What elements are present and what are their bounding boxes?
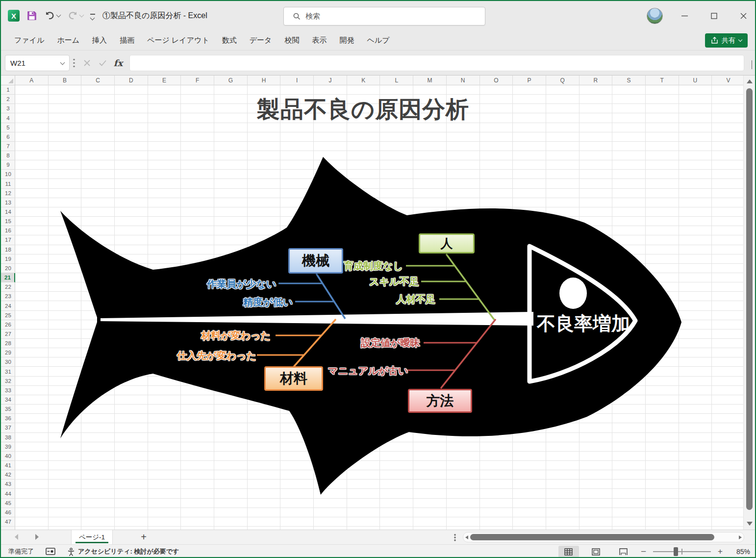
row-header[interactable]: 5 xyxy=(1,123,15,132)
row-header[interactable]: 4 xyxy=(1,113,15,123)
scroll-left-arrow[interactable] xyxy=(465,535,468,539)
column-header[interactable]: H xyxy=(248,76,281,85)
row-header[interactable]: 27 xyxy=(1,330,15,339)
row-header[interactable]: 3 xyxy=(1,104,15,113)
row-header[interactable]: 37 xyxy=(1,423,15,432)
maximize-button[interactable] xyxy=(703,1,725,30)
row-header[interactable]: 46 xyxy=(1,508,15,517)
sheet-grid[interactable] xyxy=(15,85,745,530)
row-header[interactable]: 24 xyxy=(1,301,15,310)
row-header[interactable]: 39 xyxy=(1,442,15,452)
select-all-corner[interactable] xyxy=(1,76,15,85)
row-header[interactable]: 34 xyxy=(1,395,15,405)
sheet-nav-right-arrow[interactable] xyxy=(35,534,39,540)
row-header[interactable]: 31 xyxy=(1,367,15,377)
undo-button[interactable] xyxy=(44,10,60,21)
formula-bar-handle[interactable] xyxy=(73,58,75,69)
column-header[interactable]: R xyxy=(580,76,613,85)
row-header[interactable]: 44 xyxy=(1,489,15,498)
scroll-up-arrow[interactable] xyxy=(747,79,753,83)
row-header[interactable]: 32 xyxy=(1,377,15,386)
zoom-slider-thumb[interactable] xyxy=(674,547,678,556)
column-header[interactable]: J xyxy=(314,76,347,85)
formula-input[interactable] xyxy=(129,55,744,71)
tab-file[interactable]: ファイル xyxy=(8,30,50,50)
page-layout-view-button[interactable] xyxy=(586,546,606,558)
row-header[interactable]: 30 xyxy=(1,357,15,367)
search-box[interactable]: 検索 xyxy=(283,7,485,25)
horizontal-scrollbar[interactable] xyxy=(463,532,744,542)
row-header[interactable]: 10 xyxy=(1,170,15,179)
save-button[interactable] xyxy=(26,10,37,21)
tab-help[interactable]: ヘルプ xyxy=(360,30,396,50)
row-header[interactable]: 19 xyxy=(1,254,15,264)
row-header[interactable]: 40 xyxy=(1,452,15,461)
column-header[interactable]: L xyxy=(380,76,413,85)
row-header[interactable]: 43 xyxy=(1,480,15,489)
row-header[interactable]: 33 xyxy=(1,386,15,395)
column-header[interactable]: C xyxy=(81,76,115,85)
column-header[interactable]: T xyxy=(646,76,679,85)
row-header[interactable]: 6 xyxy=(1,132,15,142)
enter-button[interactable] xyxy=(95,55,110,71)
tab-page-layout[interactable]: ページ レイアウト xyxy=(141,30,216,50)
tab-formulas[interactable]: 数式 xyxy=(216,30,243,50)
row-header[interactable]: 11 xyxy=(1,179,15,189)
row-header[interactable]: 15 xyxy=(1,217,15,226)
row-header[interactable]: 23 xyxy=(1,292,15,301)
column-header[interactable]: S xyxy=(612,76,646,85)
accessibility-status[interactable]: アクセシビリティ: 検討が必要です xyxy=(67,547,179,556)
row-header[interactable]: 42 xyxy=(1,470,15,480)
row-header[interactable]: 47 xyxy=(1,517,15,527)
column-header[interactable]: K xyxy=(347,76,380,85)
display-settings-icon[interactable] xyxy=(46,548,55,556)
row-header[interactable]: 1 xyxy=(1,85,15,95)
tab-draw[interactable]: 描画 xyxy=(113,30,141,50)
minimize-button[interactable] xyxy=(673,1,696,30)
cancel-button[interactable] xyxy=(79,55,94,71)
column-header[interactable]: V xyxy=(712,76,745,85)
row-header[interactable]: 21 xyxy=(1,273,15,282)
row-header[interactable]: 8 xyxy=(1,151,15,160)
row-header[interactable]: 38 xyxy=(1,433,15,442)
row-header[interactable]: 41 xyxy=(1,461,15,470)
column-header[interactable]: E xyxy=(148,76,181,85)
column-header[interactable]: U xyxy=(679,76,712,85)
column-header[interactable]: N xyxy=(447,76,480,85)
zoom-out-button[interactable]: − xyxy=(641,546,646,557)
column-header[interactable]: P xyxy=(513,76,546,85)
customize-quick-access-button[interactable] xyxy=(90,14,95,18)
share-button[interactable]: 共有 xyxy=(705,33,748,48)
formula-bar-expand-chevron[interactable] xyxy=(752,60,752,69)
zoom-level[interactable]: 85% xyxy=(730,548,750,556)
column-header[interactable]: B xyxy=(49,76,82,85)
column-header[interactable]: G xyxy=(214,76,248,85)
row-header[interactable]: 17 xyxy=(1,235,15,245)
row-header[interactable]: 18 xyxy=(1,245,15,254)
row-header[interactable]: 7 xyxy=(1,142,15,151)
column-header[interactable]: I xyxy=(280,76,314,85)
row-header[interactable]: 25 xyxy=(1,311,15,320)
vertical-scrollbar[interactable] xyxy=(743,76,755,530)
column-header[interactable]: A xyxy=(15,76,49,85)
scroll-right-arrow[interactable] xyxy=(739,535,742,539)
redo-button[interactable] xyxy=(67,10,83,21)
row-header[interactable]: 36 xyxy=(1,414,15,423)
row-header[interactable]: 28 xyxy=(1,339,15,348)
row-header[interactable]: 22 xyxy=(1,282,15,292)
row-header[interactable]: 45 xyxy=(1,499,15,508)
column-header[interactable]: F xyxy=(181,76,214,85)
row-header[interactable]: 13 xyxy=(1,198,15,207)
row-header[interactable]: 14 xyxy=(1,207,15,217)
tab-bar-resize-handle[interactable] xyxy=(454,533,456,541)
tab-data[interactable]: データ xyxy=(243,30,278,50)
tab-developer[interactable]: 開発 xyxy=(333,30,360,50)
row-header[interactable]: 16 xyxy=(1,226,15,235)
column-header[interactable]: Q xyxy=(546,76,580,85)
zoom-slider[interactable] xyxy=(653,551,711,552)
row-header[interactable]: 26 xyxy=(1,320,15,330)
row-header[interactable]: 20 xyxy=(1,264,15,273)
column-header[interactable]: D xyxy=(115,76,148,85)
row-header[interactable]: 35 xyxy=(1,405,15,414)
close-button[interactable] xyxy=(732,1,755,30)
